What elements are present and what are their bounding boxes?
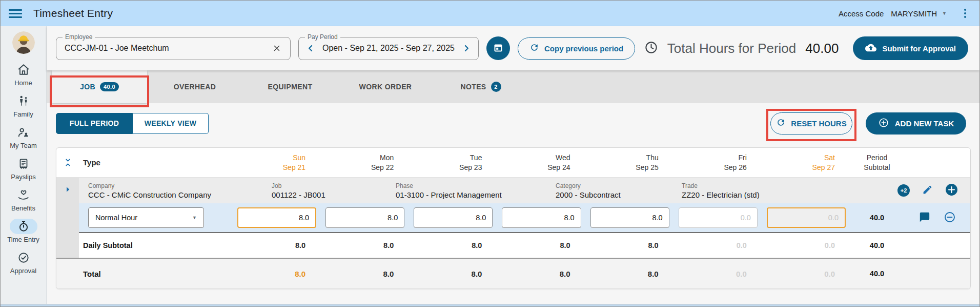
daily-subtotal-row: Daily Subtotal 8.0 8.0 8.0 8.0 8.0 0.0 0… xyxy=(56,233,970,258)
sidebar-item-time-entry[interactable]: Time Entry xyxy=(1,219,46,243)
hours-input-fri[interactable] xyxy=(679,207,758,228)
daily-subtotal-label: Daily Subtotal xyxy=(79,241,233,250)
time-entry-icon xyxy=(10,219,37,234)
tab-job-label: JOB xyxy=(80,83,95,91)
minus-circle-icon xyxy=(944,211,956,225)
hour-type-value: Normal Hour xyxy=(95,214,137,222)
reset-hours-label: RESET HOURS xyxy=(791,119,846,128)
chevron-right-icon[interactable] xyxy=(459,41,474,56)
pay-period-field-label: Pay Period xyxy=(305,33,340,41)
tab-notes-badge: 2 xyxy=(491,82,501,92)
total-period-total: 40.0 xyxy=(850,270,904,278)
column-header-mon: MonSep 22 xyxy=(321,153,409,172)
my-team-icon xyxy=(10,125,37,140)
arrow-right-icon xyxy=(64,185,72,196)
submit-for-approval-button[interactable]: Submit for Approval xyxy=(853,36,968,60)
sidebar-item-label: My Team xyxy=(10,142,37,149)
tab-job-badge: 40.0 xyxy=(100,82,119,91)
pay-period-field[interactable]: Pay Period Open - Sep 21, 2025 - Sep 27,… xyxy=(298,37,479,60)
page-title: Timesheet Entry xyxy=(33,7,113,20)
calendar-icon xyxy=(492,42,504,55)
hours-input-mon[interactable] xyxy=(325,207,404,228)
weekly-view-button[interactable]: WEEKLY VIEW xyxy=(133,113,209,134)
task-detail-row: Company CCC - CMiC Construction Company … xyxy=(56,178,970,203)
pencil-icon xyxy=(922,184,933,197)
column-header-type: Type xyxy=(79,158,233,167)
comment-button[interactable] xyxy=(919,212,930,224)
total-wed: 8.0 xyxy=(497,270,585,278)
sidebar-item-label: Home xyxy=(14,79,32,87)
sidebar: Home Family My Team Payslips xyxy=(1,26,47,307)
sidebar-item-home[interactable]: Home xyxy=(1,62,46,87)
sidebar-item-payslips[interactable]: Payslips xyxy=(1,156,46,181)
more-fields-badge[interactable]: +2 xyxy=(897,184,910,197)
column-header-sat: SatSep 27 xyxy=(762,153,850,172)
add-new-task-label: ADD NEW TASK xyxy=(895,119,954,128)
tab-bar: JOB 40.0 OVERHEAD EQUIPMENT WORK ORDER N… xyxy=(47,70,979,103)
hamburger-menu-icon[interactable] xyxy=(9,9,22,18)
access-code-label: Access Code xyxy=(839,9,884,18)
total-hours-label: Total Hours for Period xyxy=(667,41,796,56)
hour-entry-row: Normal Hour ▼ 40.0 xyxy=(56,203,970,233)
timesheet-table: Type SunSep 21 MonSep 22 TueSep 23 WedSe… xyxy=(56,147,971,289)
column-header-period-subtotal: PeriodSubtotal xyxy=(850,153,904,172)
collapse-all-icon[interactable] xyxy=(56,158,79,167)
copy-previous-period-button[interactable]: Copy previous period xyxy=(518,37,635,60)
timesheet-entry-page: Timesheet Entry Access Code MARYSMITH ▼ xyxy=(0,0,980,307)
daily-subtotal-sun: 8.0 xyxy=(233,241,321,250)
tab-work-order[interactable]: WORK ORDER xyxy=(338,70,433,103)
hours-input-sat[interactable] xyxy=(767,207,846,228)
daily-subtotal-thu: 8.0 xyxy=(586,241,674,250)
clear-icon[interactable] xyxy=(270,41,284,55)
sidebar-item-family[interactable]: Family xyxy=(1,93,46,118)
pay-period-value: Open - Sep 21, 2025 - Sep 27, 2025 xyxy=(318,44,459,53)
sidebar-item-benefits[interactable]: Benefits xyxy=(1,187,46,212)
calendar-button[interactable] xyxy=(486,36,510,60)
hour-type-select[interactable]: Normal Hour ▼ xyxy=(88,207,204,228)
sidebar-item-my-team[interactable]: My Team xyxy=(1,125,46,149)
tab-overhead[interactable]: OVERHEAD xyxy=(147,70,242,103)
remove-row-button[interactable] xyxy=(944,211,956,225)
approval-icon xyxy=(10,250,37,265)
hours-input-sun[interactable] xyxy=(237,207,316,228)
tab-job[interactable]: JOB 40.0 xyxy=(52,70,147,103)
copy-previous-period-label: Copy previous period xyxy=(544,44,623,53)
tab-equipment[interactable]: EQUIPMENT xyxy=(242,70,338,103)
hours-input-thu[interactable] xyxy=(590,207,669,228)
refresh-icon xyxy=(529,43,539,54)
employee-field-value: CCC-JM-01 - Joe Meetchum xyxy=(65,44,270,53)
avatar[interactable] xyxy=(12,31,35,54)
chevron-left-icon[interactable] xyxy=(303,41,318,56)
column-header-thu: ThuSep 25 xyxy=(586,153,674,172)
sidebar-item-approval[interactable]: Approval xyxy=(1,250,46,275)
benefits-icon xyxy=(10,187,37,203)
add-hour-type-button[interactable] xyxy=(945,183,958,198)
view-toolbar: FULL PERIOD WEEKLY VIEW RESET HOURS xyxy=(47,103,979,143)
access-code-dropdown[interactable]: MARYSMITH ▼ xyxy=(891,9,947,18)
plus-filled-circle-icon xyxy=(945,183,958,198)
row-subtotal: 40.0 xyxy=(850,203,904,233)
edit-task-button[interactable] xyxy=(922,184,933,197)
sidebar-item-label: Family xyxy=(13,110,33,118)
column-header-wed: WedSep 24 xyxy=(497,153,585,172)
hours-input-wed[interactable] xyxy=(502,207,581,228)
plus-circle-icon xyxy=(878,117,889,130)
view-segmented-control: FULL PERIOD WEEKLY VIEW xyxy=(56,113,209,134)
reset-hours-button[interactable]: RESET HOURS xyxy=(770,112,852,135)
tab-notes-label: NOTES xyxy=(460,83,486,91)
total-fri: 0.0 xyxy=(674,270,762,278)
sidebar-item-label: Time Entry xyxy=(7,236,39,243)
expand-row-cell[interactable] xyxy=(56,178,79,203)
task-field-category: Category 2000 - Subcontract xyxy=(556,182,682,199)
column-header-sun: SunSep 21 xyxy=(233,153,321,172)
comment-icon xyxy=(919,212,930,224)
employee-field[interactable]: Employee CCC-JM-01 - Joe Meetchum xyxy=(56,37,291,60)
access-code-value: MARYSMITH xyxy=(891,9,937,18)
hours-input-tue[interactable] xyxy=(414,207,493,228)
tab-notes[interactable]: NOTES 2 xyxy=(433,70,528,103)
daily-subtotal-tue: 8.0 xyxy=(409,241,497,250)
kebab-menu-icon[interactable] xyxy=(962,7,968,20)
add-new-task-button[interactable]: ADD NEW TASK xyxy=(866,112,966,135)
full-period-button[interactable]: FULL PERIOD xyxy=(56,113,133,134)
total-sat: 0.0 xyxy=(762,270,850,278)
